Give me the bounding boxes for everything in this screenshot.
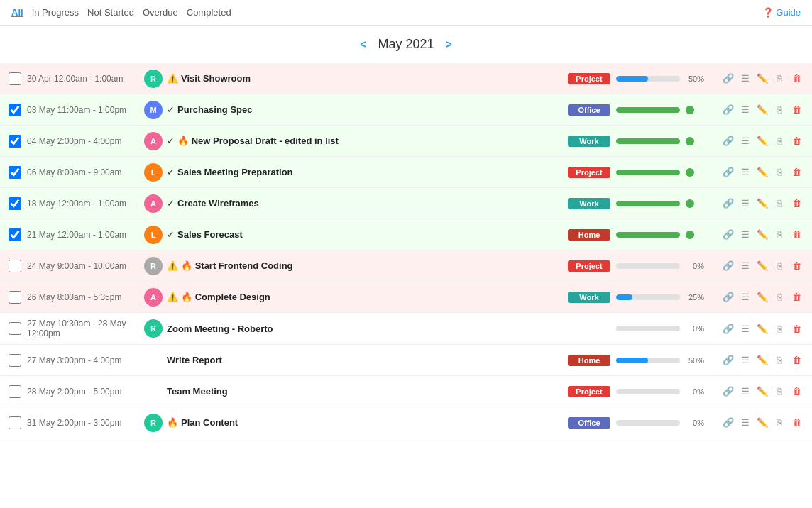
link-icon[interactable]: 🔗 [721,72,735,86]
link-icon[interactable]: 🔗 [721,228,735,242]
delete-icon[interactable]: 🗑 [789,165,803,180]
edit-icon[interactable]: ✏️ [755,385,769,399]
edit-icon[interactable]: ✏️ [755,321,769,336]
progress-bar-background [616,201,680,206]
link-icon[interactable]: 🔗 [721,321,735,336]
edit-icon[interactable]: ✏️ [755,353,769,368]
delete-icon[interactable]: 🗑 [789,353,803,368]
link-icon[interactable]: 🔗 [721,134,735,148]
copy-icon[interactable]: ⎘ [772,259,786,273]
link-icon[interactable]: 🔗 [721,197,735,211]
link-icon[interactable]: 🔗 [721,259,735,273]
task-actions: 🔗☰✏️⎘🗑 [721,134,803,148]
task-checkbox[interactable] [9,104,21,116]
list-icon[interactable]: ☰ [738,321,752,336]
delete-icon[interactable]: 🗑 [789,259,803,273]
prev-month-button[interactable]: < [360,38,366,51]
list-icon[interactable]: ☰ [738,228,752,242]
filter-overdue[interactable]: Overdue [143,6,178,19]
list-icon[interactable]: ☰ [738,353,752,368]
task-date: 24 May 9:00am - 10:00am [27,261,144,271]
filter-in-progress[interactable]: In Progress [32,6,79,19]
task-checkbox[interactable] [9,291,21,304]
task-date: 28 May 2:00pm - 5:00pm [27,387,144,397]
copy-icon[interactable]: ⎘ [772,197,786,211]
copy-icon[interactable]: ⎘ [772,165,786,180]
copy-icon[interactable]: ⎘ [772,134,786,148]
copy-icon[interactable]: ⎘ [772,228,786,242]
delete-icon[interactable]: 🗑 [789,290,803,304]
link-icon[interactable]: 🔗 [721,385,735,399]
task-checkbox[interactable] [9,197,21,210]
task-checkbox[interactable] [9,416,21,429]
copy-icon[interactable]: ⎘ [772,321,786,336]
copy-icon[interactable]: ⎘ [772,416,786,430]
task-name: Zoom Meeting - Roberto [167,324,568,334]
edit-icon[interactable]: ✏️ [755,72,769,86]
link-icon[interactable]: 🔗 [721,103,735,117]
guide-label: Guide [776,7,801,18]
edit-icon[interactable]: ✏️ [755,134,769,148]
task-checkbox[interactable] [9,228,21,241]
edit-icon[interactable]: ✏️ [755,103,769,117]
task-name: New Proposal Draft - edited in list [192,136,568,146]
task-checkbox[interactable] [9,166,21,179]
edit-icon[interactable]: ✏️ [755,197,769,211]
delete-icon[interactable]: 🗑 [789,321,803,336]
task-tag: Work [568,198,610,209]
delete-icon[interactable]: 🗑 [789,103,803,117]
list-icon[interactable]: ☰ [738,290,752,304]
list-icon[interactable]: ☰ [738,259,752,273]
task-row: 18 May 12:00am - 1:00amA✓Create Wirefram… [0,188,812,219]
edit-icon[interactable]: ✏️ [755,290,769,304]
filter-completed[interactable]: Completed [187,6,231,19]
edit-icon[interactable]: ✏️ [755,228,769,242]
delete-icon[interactable]: 🗑 [789,72,803,86]
list-icon[interactable]: ☰ [738,72,752,86]
link-icon[interactable]: 🔗 [721,290,735,304]
edit-icon[interactable]: ✏️ [755,416,769,430]
task-progress-area: 50% [616,356,715,365]
guide-link[interactable]: ❓ Guide [762,7,801,18]
copy-icon[interactable]: ⎘ [772,72,786,86]
copy-icon[interactable]: ⎘ [772,353,786,368]
copy-icon[interactable]: ⎘ [772,290,786,304]
task-checkbox[interactable] [9,354,21,367]
copy-icon[interactable]: ⎘ [772,103,786,117]
link-icon[interactable]: 🔗 [721,353,735,368]
edit-icon[interactable]: ✏️ [755,259,769,273]
list-icon[interactable]: ☰ [738,385,752,399]
filter-not-started[interactable]: Not Started [87,6,134,19]
link-icon[interactable]: 🔗 [721,416,735,430]
task-checkbox[interactable] [9,322,21,335]
edit-icon[interactable]: ✏️ [755,165,769,180]
progress-bar-background [616,389,680,394]
task-name: Complete Design [195,292,568,302]
list-icon[interactable]: ☰ [738,197,752,211]
progress-percent: 50% [683,74,704,83]
list-icon[interactable]: ☰ [738,165,752,180]
progress-bar-background [616,170,680,175]
list-icon[interactable]: ☰ [738,416,752,430]
task-checkbox[interactable] [9,260,21,272]
progress-bar-background [616,107,680,113]
task-checkbox[interactable] [9,72,21,85]
delete-icon[interactable]: 🗑 [789,134,803,148]
progress-percent: 0% [683,419,704,427]
progress-percent: 0% [683,387,704,396]
filter-all[interactable]: All [11,6,23,19]
task-name: Team Meeting [167,386,568,397]
task-progress-area [616,106,715,114]
next-month-button[interactable]: > [446,38,452,51]
delete-icon[interactable]: 🗑 [789,385,803,399]
delete-icon[interactable]: 🗑 [789,416,803,430]
delete-icon[interactable]: 🗑 [789,228,803,242]
list-icon[interactable]: ☰ [738,134,752,148]
list-icon[interactable]: ☰ [738,103,752,117]
copy-icon[interactable]: ⎘ [772,385,786,399]
task-checkbox[interactable] [9,135,21,148]
task-tag: Office [568,104,610,116]
link-icon[interactable]: 🔗 [721,165,735,180]
delete-icon[interactable]: 🗑 [789,197,803,211]
task-checkbox[interactable] [9,385,21,398]
